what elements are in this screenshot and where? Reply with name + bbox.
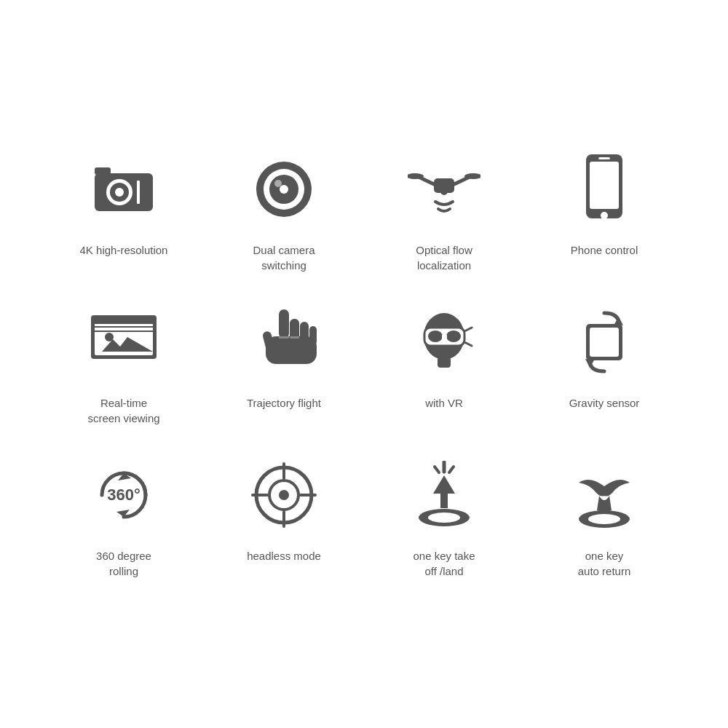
feature-trajectory: Trajectory flight [211,302,357,426]
svg-point-53 [279,490,289,500]
svg-point-27 [105,333,114,341]
screen-icon [84,302,164,382]
feature-headless: headless mode [211,455,357,579]
headless-mode-icon [244,455,324,535]
svg-point-40 [446,331,461,342]
svg-rect-6 [137,181,140,204]
svg-marker-60 [433,475,455,508]
phone-icon [564,149,644,229]
svg-point-20 [601,212,608,219]
hand-gesture-icon [244,302,324,382]
dual-camera-icon [244,149,324,229]
feature-4k: 4K high-resolution [51,149,197,273]
feature-return-label: one key auto return [578,548,631,579]
feature-realtime: Real-time screen viewing [51,302,197,426]
feature-vr-label: with VR [425,395,463,411]
feature-gravity-label: Gravity sensor [569,395,640,411]
svg-rect-45 [590,328,619,357]
svg-rect-37 [438,357,451,368]
svg-rect-19 [590,162,619,209]
features-grid: 4K high-resolution Dual camera switching [22,120,706,608]
feature-4k-label: 4K high-resolution [80,242,168,258]
svg-point-17 [440,188,448,195]
feature-dual-camera-label: Dual camera switching [253,242,314,273]
feature-gravity: Gravity sensor [531,302,677,426]
svg-rect-41 [442,335,447,339]
drone-icon [404,149,484,229]
feature-takeoff: one key take off /land [371,455,517,579]
svg-line-62 [435,467,439,472]
svg-line-63 [449,467,454,472]
svg-point-11 [274,180,282,187]
feature-realtime-label: Real-time screen viewing [87,395,159,426]
feature-dual-camera: Dual camera switching [211,149,357,273]
svg-text:360°: 360° [107,486,141,504]
feature-vr: with VR [371,302,517,426]
svg-point-39 [428,331,443,342]
svg-rect-35 [290,336,299,339]
feature-return: one key auto return [531,455,677,579]
feature-phone-control-label: Phone control [571,242,638,258]
svg-rect-21 [598,157,610,159]
svg-rect-4 [95,167,111,175]
feature-headless-label: headless mode [247,548,321,563]
camera-icon [84,149,164,229]
svg-line-43 [464,342,472,346]
svg-point-65 [588,514,620,524]
feature-takeoff-label: one key take off /land [413,548,475,579]
svg-line-42 [464,328,472,331]
feature-trajectory-label: Trajectory flight [247,395,321,411]
gravity-sensor-icon [564,302,644,382]
vr-icon [404,302,484,382]
svg-rect-28 [279,309,289,339]
feature-optical-flow-label: Optical flow localization [416,242,472,273]
svg-rect-24 [95,319,153,324]
svg-rect-34 [279,336,289,339]
svg-point-10 [280,185,288,194]
takeoff-icon [404,455,484,535]
svg-point-3 [115,188,124,197]
feature-360-label: 360 degree rolling [96,548,151,579]
feature-optical-flow: Optical flow localization [371,149,517,273]
auto-return-icon [564,455,644,535]
feature-phone-control: Phone control [531,149,677,273]
svg-rect-33 [266,336,317,364]
360-icon: 360° [84,455,164,535]
feature-360: 360° 360 degree rolling [51,455,197,579]
svg-point-59 [428,513,460,523]
